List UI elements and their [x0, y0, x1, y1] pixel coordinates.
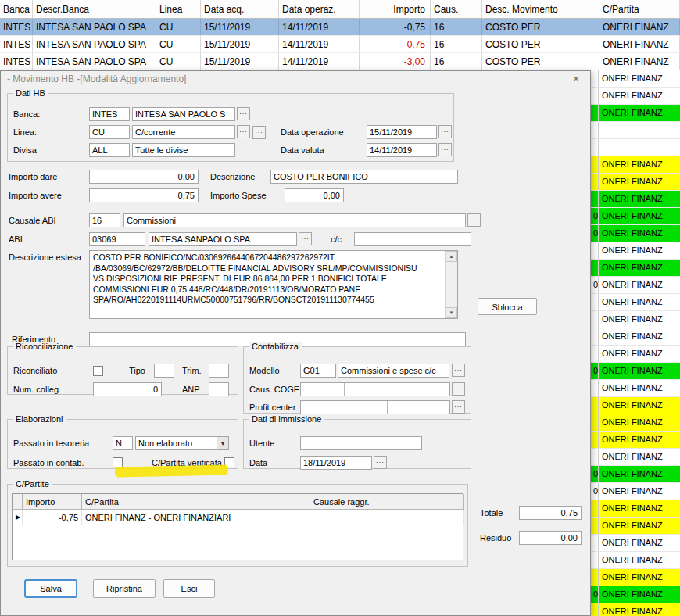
data-valuta-browse-button[interactable]: ... [438, 143, 452, 156]
scroll-up-icon[interactable]: ▲ [446, 251, 457, 262]
divisa-name-field[interactable]: Tutte le divise [132, 143, 235, 157]
tipo-field[interactable] [154, 364, 174, 378]
banca-code-field[interactable]: INTES [89, 107, 130, 121]
c-partita-grid-cell[interactable]: ONERI FINANZ [591, 414, 680, 432]
grid-row[interactable]: INTESINTESA SAN PAOLO SPACU15/11/201914/… [0, 53, 680, 70]
esci-button[interactable]: Esci [163, 579, 215, 598]
causale-abi-code-field[interactable]: 16 [89, 213, 120, 227]
c-partita-grid-cell[interactable]: 0ONERI FINANZ [591, 363, 680, 380]
dati-hb-extra-browse-button[interactable]: ... [252, 126, 266, 139]
profit-center-browse-button[interactable]: ... [452, 400, 465, 414]
col-header-c-partita[interactable]: C/Partita [599, 0, 680, 18]
col-header-data-operaz-[interactable]: Data operaz. [279, 0, 360, 18]
grid-cell[interactable]: COSTO PER [482, 36, 599, 52]
salva-button[interactable]: Salva [24, 579, 77, 598]
c-partita-grid-cell[interactable] [591, 139, 680, 156]
dropdown-arrow-icon[interactable]: ▾ [217, 437, 228, 449]
c-partita-grid-cell[interactable]: 0ONERI FINANZ [591, 208, 680, 225]
cpartite-cell-causale-raggr[interactable] [310, 510, 464, 525]
grid-cell[interactable]: 14/11/2019 [279, 53, 360, 70]
linea-code-field[interactable]: CU [89, 125, 130, 139]
modello-desc-field[interactable]: Commissioni e spese c/c [338, 364, 449, 378]
c-partita-grid-cell[interactable]: ONERI FINANZ [591, 328, 680, 346]
grid-cell[interactable]: INTESA SAN PAOLO SPA [33, 19, 156, 35]
sblocca-button[interactable]: Sblocca [478, 298, 537, 315]
c-partita-grid-cell[interactable]: ONERI FINANZ [591, 294, 680, 311]
c-partita-grid-cell[interactable]: ONERI FINANZ [591, 380, 680, 397]
importo-spese-field[interactable]: 0,00 [285, 188, 344, 202]
descrizione-field[interactable]: COSTO PER BONIFICO [270, 170, 458, 184]
c-partita-grid-cell[interactable]: ONERI FINANZ [591, 432, 680, 449]
passato-contab-checkbox[interactable] [113, 457, 123, 467]
num-colleg-field[interactable]: 0 [93, 382, 162, 396]
c-partita-grid-cell[interactable]: ONERI FINANZ [591, 156, 680, 174]
c-partita-grid-cell[interactable]: ONERI FINANZ [591, 311, 680, 328]
grid-cell[interactable]: CU [156, 36, 201, 52]
c-partita-grid-cell[interactable]: ONERI FINANZ [591, 191, 680, 208]
c-partita-grid-cell[interactable]: 0ONERI FINANZ [591, 466, 680, 483]
col-header-data-acq-[interactable]: Data acq. [201, 0, 279, 18]
c-partita-grid-cell[interactable]: ONERI FINANZ [591, 552, 680, 569]
col-header-banca[interactable]: Banca [0, 0, 33, 18]
data-immissione-field[interactable]: 18/11/2019 [300, 456, 372, 470]
linea-name-field[interactable]: C/corrente [132, 125, 235, 139]
col-header-linea[interactable]: Linea [156, 0, 201, 18]
grid-cell[interactable]: CU [156, 19, 201, 35]
linea-browse-button[interactable]: ... [237, 125, 250, 138]
c-partita-grid-cell[interactable]: 0ONERI FINANZ [591, 277, 680, 294]
utente-field[interactable] [300, 436, 422, 450]
divisa-code-field[interactable]: ALL [89, 143, 130, 157]
grid-row[interactable]: INTESINTESA SAN PAOLO SPACU15/11/201914/… [0, 36, 680, 53]
grid-cell[interactable]: ONERI FINANZ [599, 36, 680, 52]
data-valuta-field[interactable]: 14/11/2019 [367, 143, 437, 157]
grid-cell[interactable]: 16 [431, 19, 482, 35]
anp-field[interactable] [209, 382, 229, 396]
grid-cell[interactable]: -0,75 [360, 36, 431, 52]
grid-cell[interactable]: 15/11/2019 [201, 19, 279, 35]
grid-cell[interactable]: INTESA SAN PAOLO SPA [33, 36, 156, 52]
c-partita-grid-cell[interactable]: 0ONERI FINANZ [591, 225, 680, 242]
grid-cell[interactable]: ONERI FINANZ [599, 53, 680, 70]
c-partita-grid-cell[interactable]: ONERI FINANZ [591, 449, 680, 466]
grid-cell[interactable]: CU [156, 53, 201, 70]
c-partita-grid-cell[interactable]: ONERI FINANZ [591, 518, 680, 535]
c-partita-grid-cell[interactable]: 0ONERI FINANZ [591, 586, 680, 603]
caus-coge-browse-button[interactable]: ... [452, 382, 465, 396]
grid-cell[interactable]: -3,00 [360, 53, 431, 70]
cpartite-cell-importo[interactable]: -0,75 [23, 510, 82, 525]
tesoreria-code-field[interactable]: N [113, 436, 133, 450]
cpartite-cell-c-partita[interactable]: ONERI FINANZ - ONERI FINANZIARI [82, 510, 310, 525]
c-partita-grid-cell[interactable]: ONERI FINANZ [591, 174, 680, 191]
abi-name-field[interactable]: INTESA SANPAOLO SPA [149, 232, 297, 246]
causale-abi-desc-field[interactable]: Commissioni [123, 213, 466, 227]
caus-coge-field[interactable] [300, 382, 450, 396]
c-partita-grid-cell[interactable]: ONERI FINANZ [591, 535, 680, 552]
col-header-desc-movimento[interactable]: Desc. Movimento [482, 0, 599, 18]
c-partita-grid-cell[interactable]: ONERI FINANZ [591, 105, 680, 122]
grid-cell[interactable]: INTES [0, 19, 33, 35]
close-icon[interactable]: × [568, 73, 584, 86]
modello-code-field[interactable]: G01 [300, 364, 336, 378]
grid-cell[interactable]: 15/11/2019 [201, 53, 279, 70]
scroll-down-icon[interactable]: ▼ [446, 307, 457, 318]
c-partita-grid-cell[interactable]: ONERI FINANZ [591, 500, 680, 518]
grid-row[interactable]: INTESINTESA SAN PAOLO SPACU15/11/201914/… [0, 19, 680, 36]
grid-cell[interactable]: 16 [431, 36, 482, 52]
descrizione-estesa-textarea[interactable]: COSTO PER BONIFICO/NC/030692664406720448… [89, 250, 458, 319]
grid-cell[interactable]: COSTO PER [482, 53, 599, 70]
textarea-scrollbar[interactable]: ▲ ▼ [445, 251, 457, 318]
profit-center-field[interactable] [300, 400, 450, 414]
ripristina-button[interactable]: Ripristina [93, 579, 156, 598]
causale-abi-browse-button[interactable]: ... [467, 213, 481, 227]
tesoreria-combo[interactable]: Non elaborato ▾ [135, 436, 229, 450]
c-partita-grid-cell[interactable]: ONERI FINANZ [591, 346, 680, 363]
c-partita-grid-cell[interactable]: ONERI FINANZ [591, 70, 680, 88]
data-immissione-browse-button[interactable]: ... [374, 456, 387, 469]
grid-cell[interactable]: 14/11/2019 [279, 19, 360, 35]
abi-browse-button[interactable]: ... [299, 232, 312, 245]
c-partita-grid-cell[interactable]: ONERI FINANZ [591, 88, 680, 105]
grid-cell[interactable]: INTES [0, 36, 33, 52]
grid-cell[interactable]: ONERI FINANZ [599, 19, 680, 35]
c-partita-grid-cell[interactable] [591, 122, 680, 139]
data-operazione-field[interactable]: 15/11/2019 [367, 125, 437, 139]
